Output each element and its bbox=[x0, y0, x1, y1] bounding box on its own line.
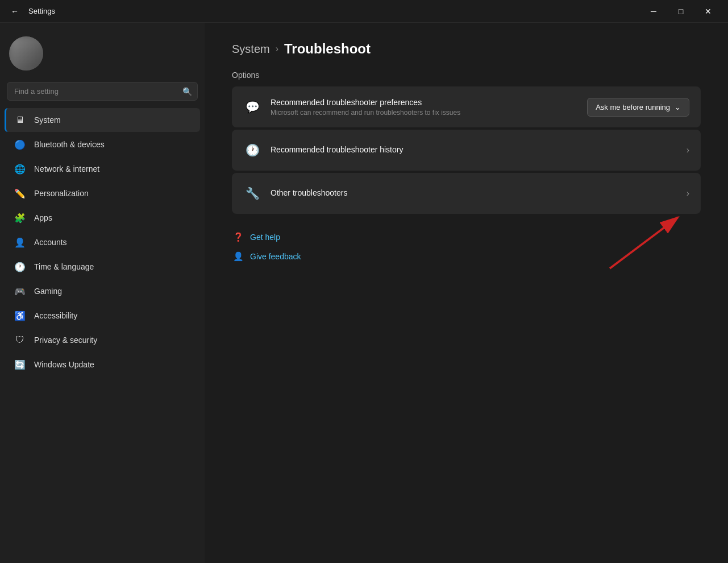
sidebar-item-personalization[interactable]: ✏️ Personalization bbox=[5, 181, 200, 205]
sidebar-item-accounts[interactable]: 👤 Accounts bbox=[5, 230, 200, 254]
card-action-recommended-prefs: Ask me before running ⌄ bbox=[587, 98, 689, 117]
sidebar-label-gaming: Gaming bbox=[34, 287, 62, 296]
gaming-icon: 🎮 bbox=[14, 285, 26, 297]
dropdown-btn-recommended-prefs[interactable]: Ask me before running ⌄ bbox=[587, 98, 689, 117]
sidebar-item-privacy[interactable]: 🛡 Privacy & security bbox=[5, 328, 200, 352]
card-icon-other-troubleshooters: 🔧 bbox=[243, 184, 261, 202]
card-title-other-troubleshooters: Other troubleshooters bbox=[271, 188, 677, 197]
avatar bbox=[9, 36, 43, 71]
sidebar-item-update[interactable]: 🔄 Windows Update bbox=[5, 353, 200, 376]
breadcrumb-parent: System bbox=[232, 43, 270, 56]
sidebar-label-accounts: Accounts bbox=[34, 238, 67, 247]
privacy-icon: 🛡 bbox=[14, 334, 26, 346]
main-layout: 🔍 🖥 System 🔵 Bluetooth & devices 🌐 Netwo… bbox=[0, 23, 728, 563]
sidebar-item-accessibility[interactable]: ♿ Accessibility bbox=[5, 304, 200, 328]
card-text-recommended-prefs: Recommended troubleshooter preferences M… bbox=[271, 98, 578, 117]
apps-icon: 🧩 bbox=[14, 212, 26, 224]
content-inner: System › Troubleshoot Options 💬 Recommen… bbox=[232, 41, 701, 264]
card-recommended-history: 🕐 Recommended troubleshooter history › bbox=[232, 130, 701, 171]
card-row-recommended-prefs[interactable]: 💬 Recommended troubleshooter preferences… bbox=[232, 86, 701, 127]
options-label: Options bbox=[232, 71, 701, 80]
window-controls: ─ □ ✕ bbox=[640, 2, 721, 20]
minimize-button[interactable]: ─ bbox=[640, 2, 667, 20]
titlebar: ← Settings ─ □ ✕ bbox=[0, 0, 728, 23]
breadcrumb: System › Troubleshoot bbox=[232, 41, 701, 57]
accessibility-icon: ♿ bbox=[14, 309, 26, 322]
help-link-give-feedback[interactable]: 👤 Give feedback bbox=[232, 249, 701, 264]
sidebar-user bbox=[0, 30, 205, 82]
get-help-icon: ❓ bbox=[232, 231, 244, 243]
card-subtitle-recommended-prefs: Microsoft can recommend and run troubles… bbox=[271, 109, 578, 117]
sidebar-label-accessibility: Accessibility bbox=[34, 311, 77, 320]
get-help-label: Get help bbox=[250, 233, 280, 242]
help-links: ❓ Get help 👤 Give feedback bbox=[232, 230, 701, 264]
help-link-get-help[interactable]: ❓ Get help bbox=[232, 230, 701, 245]
system-icon: 🖥 bbox=[14, 114, 26, 126]
sidebar-label-apps: Apps bbox=[34, 213, 52, 222]
card-row-other-troubleshooters[interactable]: 🔧 Other troubleshooters › bbox=[232, 173, 701, 214]
content-area: System › Troubleshoot Options 💬 Recommen… bbox=[205, 23, 728, 563]
search-input[interactable] bbox=[7, 82, 198, 101]
maximize-button[interactable]: □ bbox=[668, 2, 694, 20]
give-feedback-icon: 👤 bbox=[232, 250, 244, 263]
chevron-right-icon: › bbox=[687, 145, 689, 155]
sidebar-nav: 🖥 System 🔵 Bluetooth & devices 🌐 Network… bbox=[0, 105, 205, 556]
update-icon: 🔄 bbox=[14, 358, 26, 371]
bluetooth-icon: 🔵 bbox=[14, 138, 26, 151]
time-icon: 🕐 bbox=[14, 260, 26, 273]
sidebar-label-bluetooth: Bluetooth & devices bbox=[34, 140, 105, 149]
card-title-recommended-prefs: Recommended troubleshooter preferences bbox=[271, 98, 578, 107]
sidebar-item-time[interactable]: 🕐 Time & language bbox=[5, 255, 200, 279]
card-other-troubleshooters: 🔧 Other troubleshooters › bbox=[232, 173, 701, 214]
search-container: 🔍 bbox=[7, 82, 198, 101]
sidebar: 🔍 🖥 System 🔵 Bluetooth & devices 🌐 Netwo… bbox=[0, 23, 205, 563]
sidebar-label-personalization: Personalization bbox=[34, 189, 89, 198]
network-icon: 🌐 bbox=[14, 163, 26, 175]
back-button[interactable]: ← bbox=[7, 3, 23, 19]
chevron-down-icon: ⌄ bbox=[675, 103, 681, 111]
sidebar-label-privacy: Privacy & security bbox=[34, 336, 97, 345]
sidebar-label-system: System bbox=[34, 115, 61, 125]
card-recommended-prefs: 💬 Recommended troubleshooter preferences… bbox=[232, 86, 701, 127]
sidebar-item-apps[interactable]: 🧩 Apps bbox=[5, 206, 200, 230]
cards-container: 💬 Recommended troubleshooter preferences… bbox=[232, 86, 701, 214]
give-feedback-label: Give feedback bbox=[250, 252, 301, 261]
sidebar-item-network[interactable]: 🌐 Network & internet bbox=[5, 157, 200, 181]
sidebar-label-time: Time & language bbox=[34, 262, 94, 271]
card-icon-recommended-history: 🕐 bbox=[243, 141, 261, 159]
card-text-recommended-history: Recommended troubleshooter history bbox=[271, 145, 677, 156]
app-title: Settings bbox=[28, 7, 55, 15]
personalization-icon: ✏️ bbox=[14, 187, 26, 200]
close-button[interactable]: ✕ bbox=[695, 2, 721, 20]
card-icon-recommended-prefs: 💬 bbox=[243, 98, 261, 116]
accounts-icon: 👤 bbox=[14, 236, 26, 249]
dropdown-label-recommended-prefs: Ask me before running bbox=[596, 103, 670, 111]
sidebar-item-system[interactable]: 🖥 System bbox=[5, 108, 200, 132]
card-row-recommended-history[interactable]: 🕐 Recommended troubleshooter history › bbox=[232, 130, 701, 171]
sidebar-item-bluetooth[interactable]: 🔵 Bluetooth & devices bbox=[5, 133, 200, 156]
sidebar-label-update: Windows Update bbox=[34, 360, 94, 369]
chevron-right-icon: › bbox=[687, 188, 689, 198]
card-title-recommended-history: Recommended troubleshooter history bbox=[271, 145, 677, 154]
breadcrumb-current: Troubleshoot bbox=[284, 41, 371, 57]
breadcrumb-separator: › bbox=[276, 44, 278, 54]
sidebar-label-network: Network & internet bbox=[34, 164, 99, 173]
sidebar-item-gaming[interactable]: 🎮 Gaming bbox=[5, 279, 200, 303]
card-text-other-troubleshooters: Other troubleshooters bbox=[271, 188, 677, 199]
